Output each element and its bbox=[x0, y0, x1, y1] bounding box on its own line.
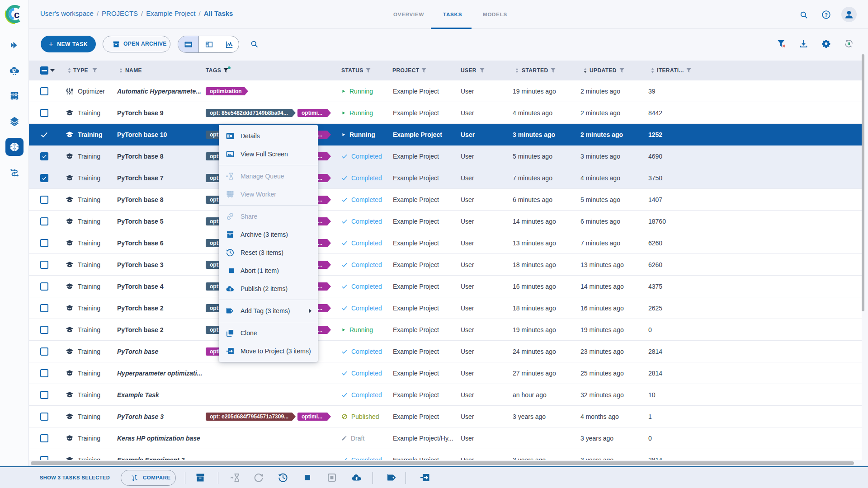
svg-text:c: c bbox=[14, 9, 19, 20]
